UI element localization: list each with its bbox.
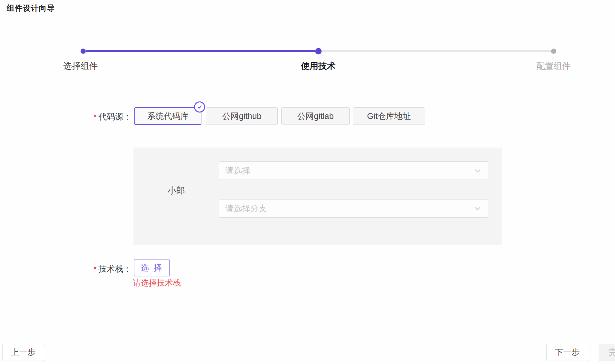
option-label: 公网github <box>222 111 262 122</box>
chevron-down-icon <box>473 166 482 175</box>
step-label-use-technology: 使用技术 <box>301 60 335 72</box>
tech-stack-error-message: 请选择技术栈 <box>133 278 181 288</box>
step-label-select-component: 选择组件 <box>63 60 98 72</box>
next-step-button[interactable]: 下一步 <box>546 344 588 361</box>
code-source-label: *代码源： <box>70 111 132 122</box>
option-label: 公网gitlab <box>297 111 334 122</box>
header-divider <box>0 23 615 23</box>
next-step-label: 下一步 <box>555 347 580 358</box>
previous-step-label: 上一步 <box>11 347 36 358</box>
code-source-option-public-github[interactable]: 公网github <box>206 107 278 125</box>
step-dot-select-component <box>81 49 86 54</box>
option-label: Git仓库地址 <box>367 111 411 122</box>
code-source-option-public-gitlab[interactable]: 公网gitlab <box>281 107 350 125</box>
tech-stack-label: *技术栈： <box>70 263 132 275</box>
finish-button[interactable]: 完成 <box>599 344 615 361</box>
step-dot-configure-component <box>551 49 556 54</box>
footer-divider <box>0 337 615 337</box>
required-asterisk: * <box>93 112 97 121</box>
step-label-configure-component: 配置组件 <box>536 60 571 72</box>
step-dot-use-technology <box>315 48 322 54</box>
chevron-down-icon <box>473 204 482 213</box>
branch-select[interactable]: 请选择分支 <box>219 199 488 218</box>
code-source-option-system-repo[interactable]: 系统代码库 <box>134 107 201 125</box>
wizard-dialog: 组件设计向导 选择组件 使用技术 配置组件 *代码源： 系统代码库 公网gith… <box>0 0 615 364</box>
code-source-option-git-url[interactable]: Git仓库地址 <box>353 107 425 125</box>
progress-line-done <box>86 50 315 52</box>
selected-check-icon <box>194 101 205 113</box>
previous-step-button[interactable]: 上一步 <box>2 344 44 361</box>
finish-label: 完成 <box>609 347 615 358</box>
page-title: 组件设计向导 <box>7 3 55 13</box>
repo-select-placeholder: 请选择 <box>225 165 473 176</box>
tech-stack-choose-button[interactable]: 选 择 <box>134 259 170 276</box>
branch-select-placeholder: 请选择分支 <box>225 203 473 214</box>
choose-button-label: 选 择 <box>141 262 163 273</box>
required-asterisk: * <box>93 264 97 274</box>
progress-line-pending <box>322 50 551 52</box>
repo-select[interactable]: 请选择 <box>219 161 488 180</box>
repo-owner-label: 小郎 <box>168 185 185 196</box>
option-label: 系统代码库 <box>147 111 189 122</box>
